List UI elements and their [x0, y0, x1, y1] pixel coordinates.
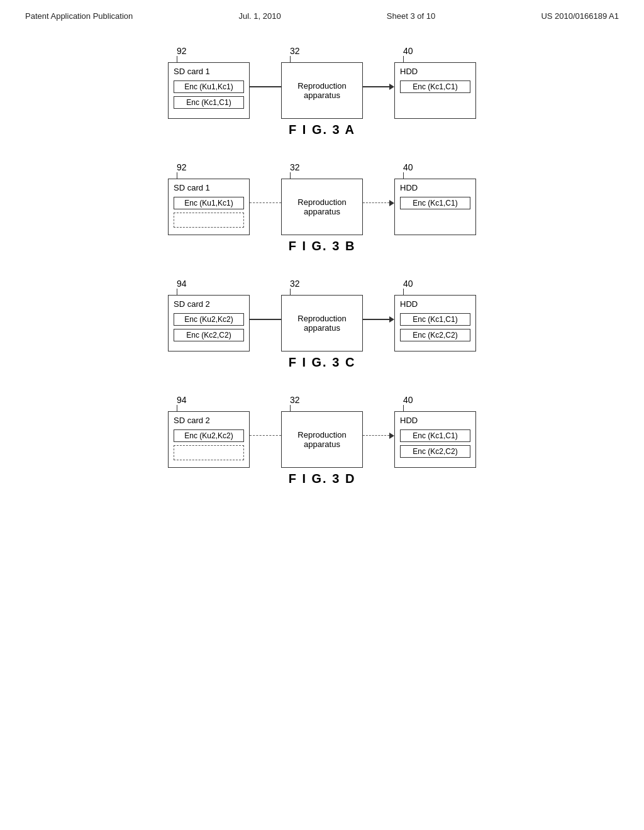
hdd-group-3b: 40 HDD Enc (Kc1,C1) [394, 162, 476, 235]
diagram-3a: 92 SD card 1 Enc (Ku1,Kc1) Enc (Kc1,C1) … [38, 46, 606, 119]
line1-3c [250, 319, 281, 320]
header-sheet: Sheet 3 of 10 [387, 11, 435, 21]
hdd-inner1-3c: Enc (Kc1,C1) [400, 313, 470, 326]
repro-box-3c: Reproductionapparatus [281, 295, 363, 351]
sdcard2-number-3c: 94 [177, 279, 187, 295]
sdcard1-number-3a: 92 [177, 46, 187, 62]
caption-3b: F I G. 3 B [38, 239, 606, 253]
repro-box-3a: Reproductionapparatus [281, 62, 363, 119]
sdcard1-label-3b: SD card 1 [174, 183, 244, 192]
bracket-line-3c1 [177, 289, 177, 295]
repro-label-3c: Reproductionapparatus [297, 314, 346, 333]
hdd-inner2-3d: Enc (Kc2,C2) [400, 445, 470, 458]
dashed-line1-3b [250, 202, 281, 204]
figure-3b: 92 SD card 1 Enc (Ku1,Kc1) 32 [38, 162, 606, 253]
hdd-box-3b: HDD Enc (Kc1,C1) [394, 179, 476, 235]
hdd-label-3d: HDD [400, 416, 470, 425]
repro-box-3b: Reproductionapparatus [281, 179, 363, 235]
sdcard1-number-3b: 92 [177, 162, 187, 179]
sdcard1-inner2-3a: Enc (Kc1,C1) [174, 96, 244, 109]
hdd-box-3c: HDD Enc (Kc1,C1) Enc (Kc2,C2) [394, 295, 476, 351]
bracket-line-3c2 [290, 289, 291, 295]
bracket-line-3d2 [290, 405, 291, 411]
page-header: Patent Application Publication Jul. 1, 2… [0, 0, 644, 27]
caption-3c: F I G. 3 C [38, 355, 606, 370]
hdd-group-3a: 40 HDD Enc (Kc1,C1) [394, 46, 476, 119]
repro-number-3a: 32 [290, 46, 300, 62]
sdcard2-inner2-3d [174, 445, 244, 460]
repro-group-3a: 32 Reproductionapparatus [281, 46, 363, 119]
hdd-box-3d: HDD Enc (Kc1,C1) Enc (Kc2,C2) [394, 411, 476, 468]
hdd-group-3c: 40 HDD Enc (Kc1,C1) Enc (Kc2,C2) [394, 279, 476, 351]
header-center: Jul. 1, 2010 [238, 11, 280, 21]
bracket-line-3b1 [177, 172, 177, 179]
figure-3d: 94 SD card 2 Enc (Ku2,Kc2) 32 [38, 395, 606, 486]
hdd-number-3b: 40 [403, 162, 413, 179]
line2-3c [363, 319, 389, 320]
sdcard1-label-3a: SD card 1 [174, 67, 244, 76]
hdd-inner1-3d: Enc (Kc1,C1) [400, 429, 470, 442]
main-content: 92 SD card 1 Enc (Ku1,Kc1) Enc (Kc1,C1) … [0, 27, 644, 524]
repro-number-3b: 32 [290, 162, 300, 179]
sdcard2-box-3d: SD card 2 Enc (Ku2,Kc2) [168, 411, 250, 468]
sdcard1-group-3a: 92 SD card 1 Enc (Ku1,Kc1) Enc (Kc1,C1) [168, 46, 250, 119]
diagram-3d: 94 SD card 2 Enc (Ku2,Kc2) 32 [38, 395, 606, 468]
sdcard2-group-3c: 94 SD card 2 Enc (Ku2,Kc2) Enc (Kc2,C2) [168, 279, 250, 351]
bracket-line-3b2 [290, 172, 291, 179]
arrowhead-3a [389, 84, 394, 90]
sdcard1-inner2-3b [174, 213, 244, 228]
connector1-3a [250, 58, 281, 115]
repro-number-3c: 32 [290, 279, 300, 295]
caption-3d: F I G. 3 D [38, 472, 606, 486]
sdcard1-box-3a: SD card 1 Enc (Ku1,Kc1) Enc (Kc1,C1) [168, 62, 250, 119]
dashed-line2-3d [363, 435, 389, 436]
arrowhead-3c [389, 316, 394, 323]
sdcard2-group-3d: 94 SD card 2 Enc (Ku2,Kc2) [168, 395, 250, 468]
hdd-number-3a: 40 [403, 46, 413, 62]
bracket-line-3c3 [403, 289, 404, 295]
sdcard2-label-3d: SD card 2 [174, 416, 244, 425]
dashed-line1-3d [250, 435, 281, 436]
diagram-3b: 92 SD card 1 Enc (Ku1,Kc1) 32 [38, 162, 606, 235]
sdcard1-inner1-3a: Enc (Ku1,Kc1) [174, 80, 244, 93]
caption-3a: F I G. 3 A [38, 123, 606, 137]
hdd-label-3a: HDD [400, 67, 470, 76]
repro-label-3a: Reproductionapparatus [297, 81, 346, 100]
arrowhead-3d [389, 433, 394, 439]
hdd-inner1-3a: Enc (Kc1,C1) [400, 80, 470, 93]
connector1-3c [250, 291, 281, 348]
bracket-line2 [290, 56, 291, 62]
connector2-3b [363, 175, 394, 231]
repro-box-3d: Reproductionapparatus [281, 411, 363, 468]
header-left: Patent Application Publication [25, 11, 133, 21]
repro-group-3b: 32 Reproductionapparatus [281, 162, 363, 235]
connector2-3d [363, 407, 394, 464]
sdcard1-group-3b: 92 SD card 1 Enc (Ku1,Kc1) [168, 162, 250, 235]
arrowhead-3b [389, 200, 394, 206]
header-right: US 2010/0166189 A1 [541, 11, 619, 21]
connector1-3d [250, 407, 281, 464]
sdcard2-inner1-3c: Enc (Ku2,Kc2) [174, 313, 244, 326]
bracket-line [177, 56, 177, 62]
line2-3a [363, 86, 389, 87]
hdd-number-3c: 40 [403, 279, 413, 295]
repro-label-3b: Reproductionapparatus [297, 197, 346, 216]
hdd-number-3d: 40 [403, 395, 413, 411]
sdcard2-number-3d: 94 [177, 395, 187, 411]
diagram-3c: 94 SD card 2 Enc (Ku2,Kc2) Enc (Kc2,C2) … [38, 279, 606, 351]
hdd-inner1-3b: Enc (Kc1,C1) [400, 197, 470, 209]
bracket-line-3d3 [403, 405, 404, 411]
hdd-inner2-3c: Enc (Kc2,C2) [400, 329, 470, 341]
hdd-box-3a: HDD Enc (Kc1,C1) [394, 62, 476, 119]
line1-3a [250, 86, 281, 87]
bracket-line-3b3 [403, 172, 404, 179]
sdcard2-label-3c: SD card 2 [174, 299, 244, 309]
sdcard1-box-3b: SD card 1 Enc (Ku1,Kc1) [168, 179, 250, 235]
hdd-group-3d: 40 HDD Enc (Kc1,C1) Enc (Kc2,C2) [394, 395, 476, 468]
repro-label-3d: Reproductionapparatus [297, 430, 346, 449]
connector2-3a [363, 58, 394, 115]
bracket-line3 [403, 56, 404, 62]
dashed-line2-3b [363, 202, 389, 204]
figure-3c: 94 SD card 2 Enc (Ku2,Kc2) Enc (Kc2,C2) … [38, 279, 606, 370]
connector2-3c [363, 291, 394, 348]
